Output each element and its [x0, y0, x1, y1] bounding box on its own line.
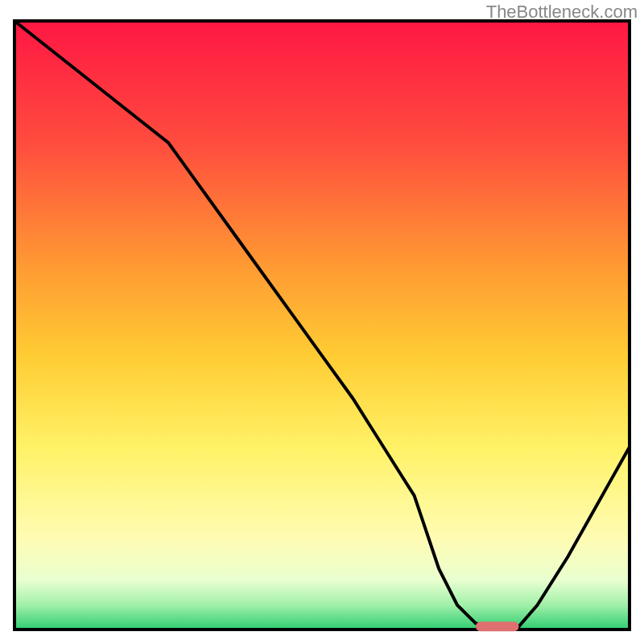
plot-background	[14, 21, 630, 630]
plot-area	[14, 21, 630, 631]
chart-svg	[0, 0, 644, 644]
watermark-text: TheBottleneck.com	[486, 2, 638, 23]
optimal-marker	[476, 621, 518, 631]
bottleneck-chart: TheBottleneck.com	[0, 0, 644, 644]
